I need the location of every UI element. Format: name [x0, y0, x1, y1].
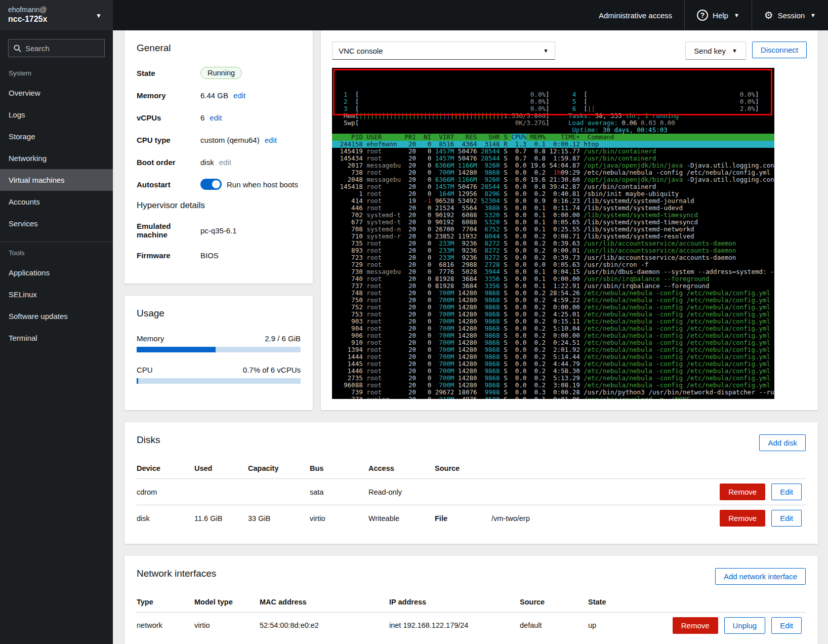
- general-card: General StateRunningMemory6.44 GBeditvCP…: [125, 30, 313, 284]
- network-remove-button[interactable]: Remove: [673, 617, 718, 634]
- cell: File/vm-two/erp: [435, 505, 659, 532]
- htop-process-row: 710 systemd-r 20 0 23852 11932 8044 S 0.…: [332, 233, 774, 240]
- console-type-select[interactable]: VNC console ▼: [332, 42, 555, 60]
- sidebar-item-software-updates[interactable]: Software updates: [0, 305, 113, 327]
- general-field-vcpus: vCPUs6edit: [137, 111, 301, 124]
- general-field-emulated-machine: Emulated machinepc-q35-6.1: [137, 222, 301, 239]
- search-input[interactable]: [25, 44, 99, 53]
- edit-vcpus-link[interactable]: edit: [210, 113, 222, 122]
- console-line: Uptime: 30 days, 00:45:03: [332, 127, 774, 134]
- htop-process-row: 2048 messagebu 20 0 6366M 1166M 9260 S 0…: [332, 176, 774, 183]
- usage-label: CPU: [137, 366, 153, 374]
- htop-process-row: 723 root 20 0 233M 9236 8272 S 0.0 0.2 0…: [332, 254, 774, 261]
- sidebar-item-storage[interactable]: Storage: [0, 126, 113, 147]
- cell: [435, 479, 659, 505]
- sidebar-item-accounts[interactable]: Accounts: [0, 191, 113, 213]
- console-line: 2 [ 0.0%] 5 [ 0.0%]: [332, 98, 774, 105]
- progress-track: [137, 378, 301, 384]
- htop-process-row: 1444 root 20 0 700M 14280 9868 S 0.0 0.2…: [332, 353, 774, 360]
- sidebar-item-overview[interactable]: Overview: [0, 82, 113, 104]
- disks-card: Disks Add disk DeviceUsedCapacityBusAcce…: [125, 422, 818, 544]
- progress-fill: [137, 378, 138, 384]
- htop-process-row: 708 systemd-n 20 0 26700 7704 6752 S 0.0…: [332, 226, 774, 233]
- htop-process-row: 906 root 20 0 700M 14280 9868 S 0.0 0.2 …: [332, 332, 774, 339]
- cell: [194, 479, 248, 505]
- send-key-caret-icon: ▼: [732, 48, 737, 54]
- cell: disk: [137, 505, 194, 532]
- sidebar-item-networking[interactable]: Networking: [0, 147, 113, 169]
- edit-memory-link[interactable]: edit: [233, 91, 245, 100]
- session-caret-icon: ▼: [810, 12, 816, 18]
- sidebar-item-virtual-machines[interactable]: Virtual machines: [0, 169, 113, 191]
- nav-section-system: System: [0, 62, 113, 82]
- sidebar-item-selinux[interactable]: SELinux: [0, 284, 113, 305]
- console-line: Mem[||||||||||||||||||||||||||||||||||||…: [332, 112, 774, 119]
- disconnect-button[interactable]: Disconnect: [752, 42, 807, 58]
- htop-process-row: 1394 root 20 0 700M 14280 9868 S 0.0 0.2…: [332, 346, 774, 353]
- disk-remove-button[interactable]: Remove: [720, 484, 765, 500]
- disk-edit-button[interactable]: Edit: [771, 510, 802, 527]
- cell: network: [137, 612, 194, 638]
- htop-process-row: 904 root 20 0 700M 14280 9868 S 0.0 0.2 …: [332, 325, 774, 332]
- disk-edit-button[interactable]: Edit: [771, 484, 802, 500]
- field-value: pc-q35-6.1: [200, 226, 237, 235]
- disk-remove-button[interactable]: Remove: [720, 510, 765, 527]
- htop-process-row: 748 root 20 0 700M 14280 9868 S 0.0 0.2 …: [332, 290, 774, 297]
- field-label: CPU type: [137, 136, 200, 144]
- add-disk-button[interactable]: Add disk: [759, 434, 806, 451]
- network-unplug-button[interactable]: Unplug: [724, 617, 766, 634]
- cell: 52:54:00:8d:e0:e2: [260, 612, 389, 638]
- htop-process-row: 2017 messagebu 20 0 6366M 1166M 9260 S 0…: [332, 162, 774, 169]
- sidebar-item-services[interactable]: Services: [0, 213, 113, 234]
- add-network-interface-button[interactable]: Add network interface: [715, 568, 806, 585]
- sidebar-item-terminal[interactable]: Terminal: [0, 327, 113, 349]
- cell: sata: [310, 479, 368, 505]
- htop-process-row: 753 root 20 0 700M 14280 9868 S 0.0 0.2 …: [332, 311, 774, 318]
- field-label: Memory: [137, 91, 200, 100]
- nav-section-tools: Tools: [0, 242, 113, 262]
- field-value: custom (qemu64): [200, 136, 260, 144]
- field-label: Autostart: [137, 180, 200, 189]
- masthead: ehofmann@ ncc-1725x ▼ Administrative acc…: [0, 0, 828, 30]
- cell: 33 GiB: [248, 505, 310, 532]
- general-field-memory: Memory6.44 GBedit: [137, 89, 301, 101]
- gear-icon: ⚙: [764, 10, 773, 20]
- sidebar-search[interactable]: [8, 39, 105, 57]
- cell: default: [520, 612, 588, 638]
- source-path: /vm-two/erp: [491, 514, 530, 522]
- disk-row: disk11.6 GiB33 GiBvirtioWriteableFile/vm…: [137, 505, 806, 532]
- console-line: 1 [ 0.0%] 4 [ 0.0%]: [332, 91, 774, 98]
- sidebar-nav: SystemOverviewLogsStorageNetworkingVirtu…: [0, 62, 113, 349]
- cell: Writeable: [368, 505, 435, 532]
- cell: virtio: [194, 612, 260, 638]
- htop-process-row: 1446 root 20 0 700M 14280 9868 S 0.0 0.2…: [332, 368, 774, 375]
- general-field-autostart: AutostartRun when host boots: [137, 178, 301, 190]
- cell: 11.6 GiB: [194, 505, 248, 532]
- vnc-console-screen[interactable]: 1 [ 0.0%] 4 [ 0.0%] 2 [ 0.0%] 5 [: [332, 68, 774, 399]
- htop-process-row: 677 systemd-t 20 0 90192 6088 5320 S 0.0…: [332, 219, 774, 226]
- htop-process-row: 1 root 20 0 164M 12956 8296 S 0.0 0.2 0:…: [332, 190, 774, 197]
- htop-process-row: 244158 ehofmann 20 0 8516 4364 3148 R 1.…: [332, 141, 774, 148]
- help-menu[interactable]: ? Help ▼: [684, 0, 752, 30]
- state-badge: Running: [200, 67, 242, 79]
- host-switcher[interactable]: ehofmann@ ncc-1725x ▼: [0, 0, 113, 30]
- source-type: File: [435, 514, 491, 522]
- edit-cpu-type-link[interactable]: edit: [265, 136, 277, 144]
- send-key-dropdown[interactable]: Send key ▼: [685, 42, 746, 60]
- toggle-label: Run when host boots: [227, 180, 298, 189]
- disks-title: Disks: [137, 434, 160, 446]
- htop-process-row: 145419 root 20 0 1457M 50476 28544 S 0.7…: [332, 148, 774, 155]
- autostart-toggle[interactable]: [200, 179, 222, 190]
- htop-process-row: 752 root 20 0 700M 14280 9868 S 0.0 0.2 …: [332, 304, 774, 311]
- search-icon: [14, 45, 21, 52]
- column-header-used: Used: [194, 458, 248, 479]
- column-header-device: Device: [137, 458, 194, 479]
- administrative-access-button[interactable]: Administrative access: [587, 0, 684, 30]
- session-menu[interactable]: ⚙ Session ▼: [752, 0, 828, 30]
- htop-process-row: 750 root 20 0 700M 14280 9868 S 0.0 0.2 …: [332, 297, 774, 304]
- sidebar-item-logs[interactable]: Logs: [0, 104, 113, 126]
- sidebar-item-applications[interactable]: Applications: [0, 262, 113, 284]
- network-edit-button[interactable]: Edit: [771, 617, 802, 634]
- masthead-hostname: ncc-1725x: [8, 14, 106, 24]
- cell: inet 192.168.122.179/24: [389, 612, 520, 638]
